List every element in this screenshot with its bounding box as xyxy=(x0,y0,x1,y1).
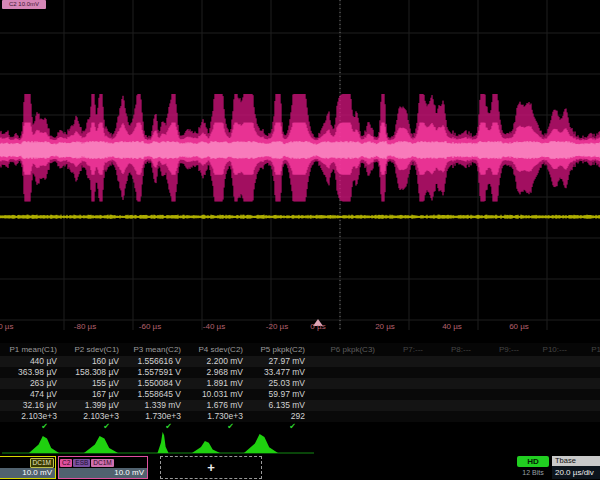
param-header-p4[interactable]: P4 sdev(C2) xyxy=(186,343,248,356)
measure-cell: 2.103e+3 xyxy=(62,411,124,422)
time-tick-label: -40 µs xyxy=(203,322,225,331)
measure-row-max: 474 µV 167 µV 1.558645 V 10.031 mV 59.97… xyxy=(0,389,600,400)
measure-cell: 1.339 mV xyxy=(124,400,186,411)
param-header-p7[interactable]: P7:--- xyxy=(380,343,428,356)
measure-cell: 1.556616 V xyxy=(124,356,186,367)
param-header-p6[interactable]: P6 pkpk(C3) xyxy=(310,343,380,356)
measure-cell: 1.676 mV xyxy=(186,400,248,411)
c2-esb-badge: ESB xyxy=(73,459,90,467)
measure-cell: 1.730e+3 xyxy=(124,411,186,422)
param-header-p11[interactable]: P11:--- xyxy=(572,343,600,356)
measure-row-status: ✔ ✔ ✔ ✔ ✔ xyxy=(0,422,600,431)
status-check-icon: ✔ xyxy=(248,422,310,431)
measure-cell: 1.399 µV xyxy=(62,400,124,411)
measure-cell: 167 µV xyxy=(62,389,124,400)
measure-cell: 10.031 mV xyxy=(186,389,248,400)
hd-mode-badge[interactable]: HD xyxy=(517,456,549,467)
param-header-p10[interactable]: P10:--- xyxy=(524,343,572,356)
measure-cell: 440 µV xyxy=(0,356,62,367)
waveform-grid xyxy=(0,0,600,330)
measure-row-num: 2.103e+3 2.103e+3 1.730e+3 1.730e+3 292 xyxy=(0,411,600,422)
measure-cell: 155 µV xyxy=(62,378,124,389)
measure-cell: 1.891 mV xyxy=(186,378,248,389)
measure-cell: 1.558645 V xyxy=(124,389,186,400)
measure-cell: 158.308 µV xyxy=(62,367,124,378)
c1-coupling-badge: DC1M xyxy=(30,458,54,468)
time-tick-label: 20 µs xyxy=(375,322,395,331)
measure-cell: 474 µV xyxy=(0,389,62,400)
time-axis: -100 µs -80 µs -60 µs -40 µs -20 µs 0 µs… xyxy=(0,319,600,335)
measure-cell: 2.103e+3 xyxy=(0,411,62,422)
timebase-title: Tbase xyxy=(552,456,600,466)
measure-cell: 363.98 µV xyxy=(0,367,62,378)
channel-c2-descriptor[interactable]: C2 ESB DC1M 10.0 mV xyxy=(58,456,148,479)
timebase-value: 20.0 µs/div xyxy=(552,466,600,479)
param-header-p2[interactable]: P2 sdev(C1) xyxy=(62,343,124,356)
c2-volts-per-div: 10.0 mV xyxy=(59,468,147,478)
time-tick-label: -80 µs xyxy=(74,322,96,331)
measure-cell: 59.97 mV xyxy=(248,389,310,400)
measurement-table: P1 mean(C1) P2 sdev(C1) P3 mean(C2) P4 s… xyxy=(0,343,600,431)
measure-row-min: 263 µV 155 µV 1.550084 V 1.891 mV 25.03 … xyxy=(0,378,600,389)
measure-cell: 2.968 mV xyxy=(186,367,248,378)
oscilloscope-screen: C2 10.0mV -100 µs -80 µs -60 µs -40 µs -… xyxy=(0,0,600,480)
time-tick-label: -100 µs xyxy=(0,322,13,331)
measure-cell: 292 xyxy=(248,411,310,422)
measure-header-row: P1 mean(C1) P2 sdev(C1) P3 mean(C2) P4 s… xyxy=(0,343,600,356)
add-trace-button[interactable]: + xyxy=(160,456,262,479)
c2-channel-badge: C2 xyxy=(60,459,72,467)
measure-cell: 32.16 µV xyxy=(0,400,62,411)
c2-coupling-badge: DC1M xyxy=(91,459,113,467)
time-tick-label: 40 µs xyxy=(442,322,462,331)
channel-c1-descriptor[interactable]: DC1M 10.0 mV xyxy=(0,456,56,479)
c1-volts-per-div: 10.0 mV xyxy=(0,468,55,478)
measure-row-mean: 363.98 µV 158.308 µV 1.557591 V 2.968 mV… xyxy=(0,367,600,378)
measure-cell: 1.550084 V xyxy=(124,378,186,389)
hd-bits-label: 12 Bits xyxy=(513,469,553,476)
channel-c1-descriptor-clip: DC1M 10.0 mV xyxy=(0,456,56,479)
measure-row-sdev: 32.16 µV 1.399 µV 1.339 mV 1.676 mV 6.13… xyxy=(0,400,600,411)
param-header-p1[interactable]: P1 mean(C1) xyxy=(0,343,62,356)
timebase-descriptor[interactable]: Tbase 20.0 µs/div xyxy=(552,456,600,479)
status-check-icon: ✔ xyxy=(62,422,124,431)
measure-cell: 1.730e+3 xyxy=(186,411,248,422)
measure-cell: 6.135 mV xyxy=(248,400,310,411)
measure-cell: 25.03 mV xyxy=(248,378,310,389)
measure-cell: 1.557591 V xyxy=(124,367,186,378)
measure-row-value: 440 µV 160 µV 1.556616 V 2.200 mV 27.97 … xyxy=(0,356,600,367)
param-header-p5[interactable]: P5 pkpk(C2) xyxy=(248,343,310,356)
trace-label-tag[interactable]: C2 10.0mV xyxy=(2,0,46,9)
param-header-p3[interactable]: P3 mean(C2) xyxy=(124,343,186,356)
descriptor-bar: DC1M 10.0 mV C2 ESB DC1M 10.0 mV + HD 12… xyxy=(0,455,600,480)
time-tick-label: -60 µs xyxy=(139,322,161,331)
param-header-p9[interactable]: P9:--- xyxy=(476,343,524,356)
time-tick-label-zero: 0 µs xyxy=(310,322,325,331)
measure-cell: 160 µV xyxy=(62,356,124,367)
time-tick-label: 60 µs xyxy=(509,322,529,331)
status-check-icon: ✔ xyxy=(186,422,248,431)
measure-cell: 2.200 mV xyxy=(186,356,248,367)
status-check-icon: ✔ xyxy=(124,422,186,431)
measure-cell: 33.477 mV xyxy=(248,367,310,378)
param-header-p8[interactable]: P8:--- xyxy=(428,343,476,356)
timebase-descriptor-clip: Tbase 20.0 µs/div xyxy=(552,456,600,479)
time-tick-label: -20 µs xyxy=(266,322,288,331)
measure-cell: 263 µV xyxy=(0,378,62,389)
status-check-icon: ✔ xyxy=(0,422,62,431)
parameter-histicons xyxy=(0,431,600,455)
measure-cell: 27.97 mV xyxy=(248,356,310,367)
